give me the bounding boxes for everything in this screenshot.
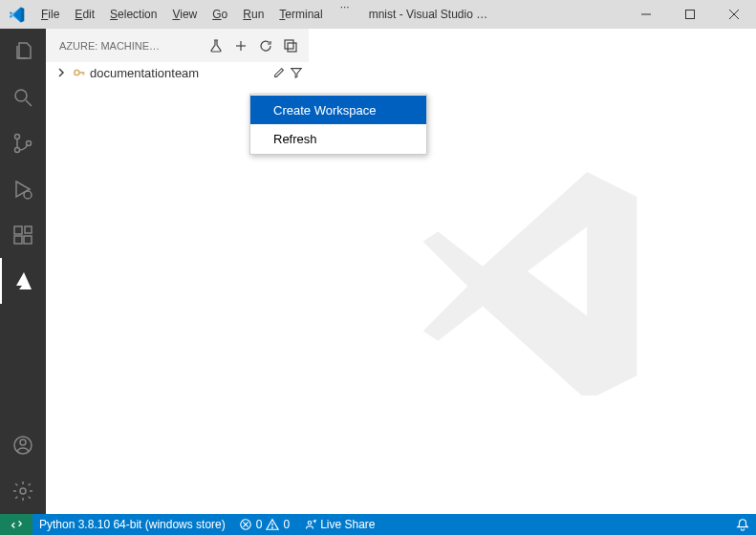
svg-rect-10 xyxy=(14,226,22,234)
warning-icon xyxy=(266,518,279,531)
menu-go[interactable]: Go xyxy=(205,0,235,29)
beaker-icon[interactable] xyxy=(205,35,227,56)
context-refresh[interactable]: Refresh xyxy=(250,124,426,153)
status-problems[interactable]: 0 0 xyxy=(232,514,296,535)
status-live-share[interactable]: Live Share xyxy=(296,514,381,535)
close-button[interactable] xyxy=(712,0,756,29)
window-controls xyxy=(624,0,756,29)
svg-point-9 xyxy=(24,191,32,199)
minimize-button[interactable] xyxy=(624,0,668,29)
add-icon[interactable] xyxy=(230,35,251,56)
menu-selection[interactable]: Selection xyxy=(102,0,164,29)
svg-rect-23 xyxy=(83,72,85,75)
live-share-icon xyxy=(303,518,316,531)
window-title: mnist - Visual Studio … xyxy=(359,8,624,21)
maximize-button[interactable] xyxy=(668,0,712,29)
key-icon xyxy=(73,66,86,79)
activity-run-debug[interactable] xyxy=(0,166,46,212)
svg-rect-11 xyxy=(14,236,22,244)
remote-indicator[interactable] xyxy=(0,514,32,535)
chevron-right-icon xyxy=(54,67,69,78)
activity-source-control[interactable] xyxy=(0,120,46,166)
tree-row-label: documentationteam xyxy=(90,66,269,80)
tree-row-subscription[interactable]: documentationteam xyxy=(46,62,309,83)
activity-azure[interactable] xyxy=(0,258,46,304)
context-menu: Create Workspace Refresh xyxy=(249,94,427,155)
status-python[interactable]: Python 3.8.10 64-bit (windows store) xyxy=(32,514,232,535)
svg-point-16 xyxy=(20,488,26,494)
svg-rect-1 xyxy=(686,11,695,19)
status-errors-count: 0 xyxy=(256,518,263,531)
status-notifications[interactable] xyxy=(729,514,756,535)
activity-extensions[interactable] xyxy=(0,212,46,258)
svg-point-29 xyxy=(308,522,312,525)
refresh-icon[interactable] xyxy=(255,35,276,56)
svg-point-8 xyxy=(27,141,32,146)
svg-point-15 xyxy=(20,439,26,445)
menu-overflow[interactable]: ··· xyxy=(331,0,359,29)
main-area: AZURE: MACHINE… documentationteam xyxy=(0,29,756,514)
context-create-workspace[interactable]: Create Workspace xyxy=(250,96,426,124)
menu-file[interactable]: File xyxy=(33,0,67,29)
svg-rect-20 xyxy=(288,43,296,52)
titlebar: File Edit Selection View Go Run Terminal… xyxy=(0,0,756,29)
menu-view[interactable]: View xyxy=(164,0,205,29)
sidebar-title: AZURE: MACHINE… xyxy=(59,40,160,52)
status-bar: Python 3.8.10 64-bit (windows store) 0 0… xyxy=(0,514,756,535)
svg-point-28 xyxy=(272,527,273,528)
vscode-watermark-icon xyxy=(408,147,657,396)
svg-rect-19 xyxy=(285,40,293,49)
svg-rect-13 xyxy=(25,226,32,233)
status-warnings-count: 0 xyxy=(283,518,290,531)
collapse-icon[interactable] xyxy=(280,35,301,56)
error-icon xyxy=(239,518,252,531)
filter-icon[interactable] xyxy=(290,66,303,79)
activity-accounts[interactable] xyxy=(0,422,46,468)
pencil-icon[interactable] xyxy=(272,66,286,79)
svg-rect-12 xyxy=(24,236,32,244)
activity-bar xyxy=(0,29,46,514)
sidebar-header: AZURE: MACHINE… xyxy=(46,29,309,62)
svg-point-6 xyxy=(15,135,20,139)
activity-explorer[interactable] xyxy=(0,29,46,75)
menu-run[interactable]: Run xyxy=(235,0,271,29)
vscode-logo-icon xyxy=(0,7,33,23)
svg-line-5 xyxy=(26,100,32,106)
activity-search[interactable] xyxy=(0,75,46,120)
menu-bar: File Edit Selection View Go Run Terminal… xyxy=(33,0,359,29)
activity-settings[interactable] xyxy=(0,468,46,514)
svg-point-7 xyxy=(15,148,20,153)
svg-point-4 xyxy=(15,90,27,101)
menu-edit[interactable]: Edit xyxy=(67,0,102,29)
bell-icon xyxy=(736,518,749,531)
menu-terminal[interactable]: Terminal xyxy=(271,0,330,29)
